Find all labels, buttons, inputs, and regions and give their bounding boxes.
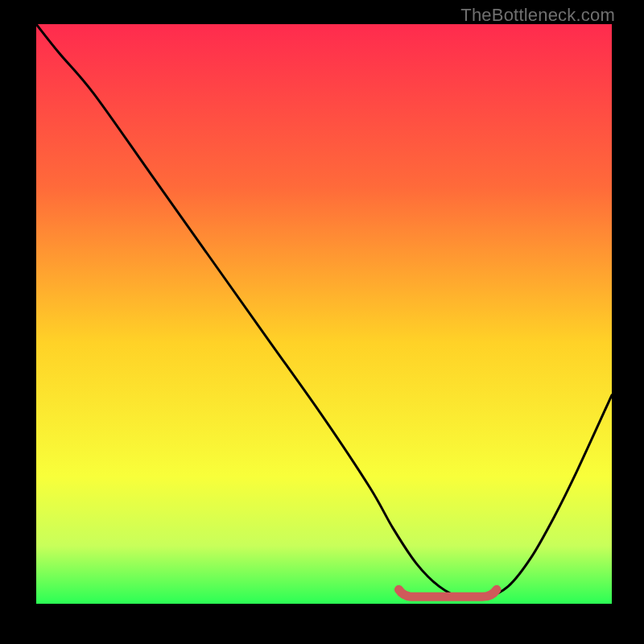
watermark-text: TheBottleneck.com: [460, 5, 615, 26]
gradient-background: [36, 24, 612, 604]
chart-frame: [36, 24, 612, 604]
bottleneck-chart: [36, 24, 612, 604]
